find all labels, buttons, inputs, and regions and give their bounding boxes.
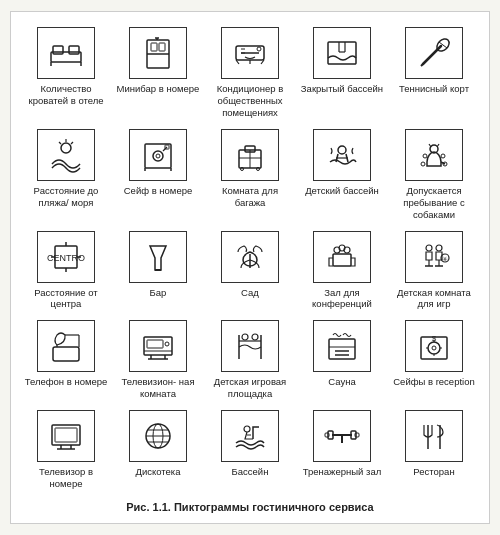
icon-conference <box>313 231 371 283</box>
svg-text:⚹: ⚹ <box>442 255 448 262</box>
icon-tv <box>37 410 95 462</box>
svg-rect-8 <box>159 43 165 51</box>
icon-phone <box>37 320 95 372</box>
icon-beds <box>37 27 95 79</box>
icon-playground <box>221 320 279 372</box>
cell-minibar: Минибар в номере <box>113 24 203 122</box>
icon-bar <box>129 231 187 283</box>
cell-safe: Сейф в номере <box>113 126 203 224</box>
label-kids-room: Детская комната для игр <box>391 287 477 311</box>
icon-kids-room: ⚹ <box>405 231 463 283</box>
svg-rect-68 <box>329 339 355 359</box>
icon-safe <box>129 129 187 181</box>
svg-rect-78 <box>55 428 77 442</box>
icon-beach <box>37 129 95 181</box>
svg-line-19 <box>71 142 73 144</box>
label-tennis: Теннисный корт <box>399 83 469 95</box>
icon-center: CENTRO <box>37 231 95 283</box>
label-sauna: Сауна <box>328 376 355 388</box>
icon-tv-room <box>129 320 187 372</box>
cell-tv: Телевизор в номере <box>21 407 111 493</box>
cell-reception-safe: $ Сейфы в reception <box>389 317 479 403</box>
svg-line-20 <box>59 142 61 144</box>
label-ac: Кондиционер в общественных помещениях <box>207 83 293 119</box>
svg-rect-1 <box>53 46 63 54</box>
icon-gym <box>313 410 371 462</box>
icon-luggage <box>221 129 279 181</box>
label-safe: Сейф в номере <box>124 185 193 197</box>
cell-pets: Допускается пребывание с собаками <box>389 126 479 224</box>
cell-ac: Кондиционер в общественных помещениях <box>205 24 295 122</box>
svg-text:$: $ <box>432 334 437 343</box>
label-gym: Тренажерный зал <box>303 466 382 478</box>
icon-restaurant <box>405 410 463 462</box>
svg-point-71 <box>432 346 436 350</box>
cell-tv-room: Телевизион- ная комната <box>113 317 203 403</box>
icon-minibar <box>129 27 187 79</box>
icon-tennis <box>405 27 463 79</box>
cell-sauna: Сауна <box>297 317 387 403</box>
svg-point-17 <box>61 143 71 153</box>
svg-point-87 <box>244 426 250 432</box>
svg-point-51 <box>426 245 432 251</box>
cell-indoor-pool: Закрытый бассейн <box>297 24 387 122</box>
label-disco: Дискотека <box>135 466 180 478</box>
label-beds: Количество кроватей в отеле <box>23 83 109 107</box>
cell-phone: Телефон в номере <box>21 317 111 403</box>
label-indoor-pool: Закрытый бассейн <box>301 83 383 95</box>
label-playground: Детская игровая площадка <box>207 376 293 400</box>
icon-indoor-pool <box>313 27 371 79</box>
cell-gym: Тренажерный зал <box>297 407 387 493</box>
label-garden: Сад <box>241 287 259 299</box>
icon-sauna <box>313 320 371 372</box>
svg-point-32 <box>241 167 244 170</box>
icon-garden <box>221 231 279 283</box>
svg-point-70 <box>428 342 440 354</box>
svg-point-36 <box>423 154 427 158</box>
svg-rect-55 <box>53 347 79 361</box>
label-pool: Бассейн <box>232 466 269 478</box>
svg-text:CENTRO: CENTRO <box>47 253 85 263</box>
icon-disco <box>129 410 187 462</box>
label-pets: Допускается пребывание с собаками <box>391 185 477 221</box>
cell-restaurant: Ресторан <box>389 407 479 493</box>
svg-rect-47 <box>333 254 351 266</box>
cell-center: CENTRO Расстояние от центра <box>21 228 111 314</box>
label-luggage: Комната для багажа <box>207 185 293 209</box>
cell-pool: Бассейн <box>205 407 295 493</box>
label-bar: Бар <box>150 287 167 299</box>
icon-pets <box>405 129 463 181</box>
label-conference: Зал для конференций <box>299 287 385 311</box>
svg-rect-2 <box>69 46 79 54</box>
svg-point-34 <box>338 146 346 154</box>
label-beach: Расстояние до пляжа/ моря <box>23 185 109 209</box>
svg-point-66 <box>242 334 248 340</box>
svg-point-13 <box>257 47 261 51</box>
cell-luggage: Комната для багажа <box>205 126 295 224</box>
svg-point-22 <box>153 151 163 161</box>
svg-point-52 <box>436 245 442 251</box>
label-phone: Телефон в номере <box>25 376 108 388</box>
cell-kids-room: ⚹ Детская комната для игр <box>389 228 479 314</box>
figure-container: Количество кроватей в отеле Минибар в но… <box>10 11 490 524</box>
cell-playground: Детская игровая площадка <box>205 317 295 403</box>
cell-tennis: Теннисный корт <box>389 24 479 122</box>
svg-rect-7 <box>151 43 157 51</box>
icon-reception-safe: $ <box>405 320 463 372</box>
icon-pool <box>221 410 279 462</box>
figure-caption: Рис. 1.1. Пиктограммы гостиничного серви… <box>21 501 479 513</box>
icon-ac <box>221 27 279 79</box>
svg-point-23 <box>156 154 160 158</box>
label-reception-safe: Сейфы в reception <box>393 376 475 388</box>
svg-rect-61 <box>147 340 163 348</box>
svg-point-62 <box>165 342 169 346</box>
label-tv: Телевизор в номере <box>23 466 109 490</box>
icons-grid: Количество кроватей в отеле Минибар в но… <box>21 24 479 493</box>
cell-beach: Расстояние до пляжа/ моря <box>21 126 111 224</box>
cell-kids-pool: Детский бассейн <box>297 126 387 224</box>
cell-beds: Количество кроватей в отеле <box>21 24 111 122</box>
icon-kids-pool <box>313 129 371 181</box>
label-tv-room: Телевизион- ная комната <box>115 376 201 400</box>
cell-garden: Сад <box>205 228 295 314</box>
cell-conference: Зал для конференций <box>297 228 387 314</box>
